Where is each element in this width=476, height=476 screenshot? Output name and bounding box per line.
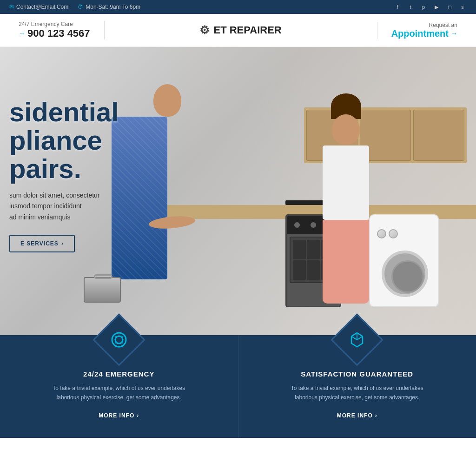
skype-icon[interactable]: s (458, 3, 467, 11)
washer-drum-inner (391, 260, 424, 293)
hero-text-block: sidential pliance pairs. sum dolor sit a… (0, 84, 128, 266)
social-links: f t p ▶ ◻ s (393, 3, 467, 11)
hero-section: sidential pliance pairs. sum dolor sit a… (0, 47, 476, 335)
hero-title: sidential pliance pairs. (9, 98, 119, 183)
gear-icon: ⚙ (199, 24, 210, 37)
more-arrow-icon-2: › (375, 412, 377, 419)
emergency-info: 24/7 Emergency Care → 900 123 4567 (19, 21, 105, 40)
top-bar-left: ✉ Contact@Email.Com ⏱ Mon-Sat: 9am To 6p… (9, 4, 140, 10)
customer-body (323, 145, 369, 220)
emergency-more-link[interactable]: MORE INFO › (99, 412, 139, 419)
customer-pants (323, 220, 369, 304)
satisfaction-desc: To take a trivial example, which of us e… (283, 383, 431, 403)
washer-knob-2 (389, 229, 398, 238)
appointment-link[interactable]: Appointment (391, 28, 449, 39)
clock-icon: ⏱ (78, 4, 83, 10)
top-bar: ✉ Contact@Email.Com ⏱ Mon-Sat: 9am To 6p… (0, 0, 476, 14)
email-icon: ✉ (9, 4, 14, 10)
twitter-icon[interactable]: t (406, 3, 415, 11)
instagram-icon[interactable]: ◻ (445, 3, 454, 11)
emergency-desc: To take a trivial example, which of us e… (45, 383, 193, 403)
satisfaction-title: SATISFACTION GUARANTEED (257, 370, 458, 378)
features-section: 24/24 EMERGENCY To take a trivial exampl… (0, 335, 476, 438)
phone-number[interactable]: 900 123 4567 (27, 27, 90, 40)
oven-knob-1 (294, 222, 300, 228)
satisfaction-icon-container (338, 321, 376, 358)
oven-cell (293, 240, 306, 259)
facebook-icon[interactable]: f (393, 3, 402, 11)
hours-info: ⏱ Mon-Sat: 9am To 6pm (78, 4, 140, 10)
pinterest-icon[interactable]: p (419, 3, 428, 11)
hero-title-line1: sidential (9, 98, 119, 126)
feature-emergency: 24/24 EMERGENCY To take a trivial exampl… (0, 335, 238, 438)
appointment-info: Request an Appointment → (377, 22, 457, 39)
email-contact[interactable]: ✉ Contact@Email.Com (9, 4, 68, 10)
svg-line-8 (357, 337, 363, 340)
customer-head (332, 114, 360, 145)
request-label: Request an (429, 22, 457, 28)
emergency-title: 24/24 EMERGENCY (19, 370, 219, 378)
feature-satisfaction: SATISFACTION GUARANTEED To take a trivia… (238, 335, 476, 438)
hero-title-line2: pliance (9, 126, 119, 155)
more-arrow-icon-1: › (137, 412, 139, 419)
services-button[interactable]: E SERVICES › (9, 235, 75, 252)
site-logo[interactable]: ⚙ ET REPAIRER (199, 24, 281, 37)
emergency-icon (100, 321, 138, 358)
site-header: 24/7 Emergency Care → 900 123 4567 ⚙ ET … (0, 14, 476, 47)
technician-head (153, 84, 181, 117)
washer-controls (377, 222, 431, 245)
cabinet-door-3 (413, 110, 464, 161)
svg-line-9 (351, 337, 357, 340)
appointment-arrow-icon: → (451, 30, 457, 37)
toolbox (84, 277, 121, 303)
satisfaction-icon (338, 321, 376, 358)
washer-drum (382, 251, 428, 297)
emergency-label: 24/7 Emergency Care (19, 21, 73, 27)
hero-subtitle: sum dolor sit amet, consectetur iusmod t… (9, 190, 119, 223)
svg-point-0 (112, 333, 126, 347)
hero-title-line3: pairs. (9, 155, 119, 183)
youtube-icon[interactable]: ▶ (432, 3, 441, 11)
button-arrow-icon: › (61, 240, 64, 247)
oven-cell (293, 260, 306, 280)
phone-arrow-icon: → (19, 30, 25, 37)
emergency-icon-container (100, 321, 138, 358)
toolbox-handle (94, 274, 112, 279)
logo-text: ET REPAIRER (213, 24, 281, 36)
customer-figure (309, 93, 383, 307)
satisfaction-more-link[interactable]: MORE INFO › (337, 412, 377, 419)
